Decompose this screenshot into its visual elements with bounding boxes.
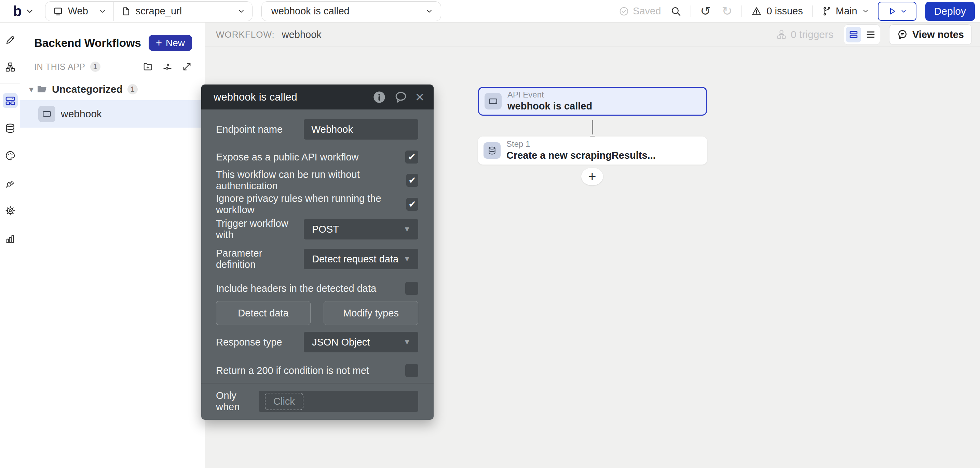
search-icon[interactable] bbox=[670, 6, 681, 17]
left-icon-rail bbox=[0, 22, 20, 468]
return-200-checkbox[interactable] bbox=[405, 364, 418, 377]
top-bar: b Web scrape_url webhook is called bbox=[0, 0, 980, 22]
dialog-title-bar[interactable]: webhook is called ✕ bbox=[201, 85, 434, 109]
dialog-title: webhook is called bbox=[213, 91, 372, 103]
rail-plugins-plug-icon[interactable] bbox=[3, 176, 18, 191]
workflow-label: WORKFLOW: bbox=[216, 29, 275, 40]
rail-database-icon[interactable] bbox=[3, 121, 18, 136]
close-icon[interactable]: ✕ bbox=[415, 91, 425, 103]
deploy-button[interactable]: Deploy bbox=[925, 2, 975, 21]
event-card-kind: API Event bbox=[508, 90, 592, 100]
dropdown-triangle-icon: ▼ bbox=[403, 338, 411, 347]
plus-icon: + bbox=[156, 38, 162, 48]
trigger-method-select[interactable]: POST ▼ bbox=[304, 219, 418, 240]
no-auth-checkbox[interactable]: ✔ bbox=[406, 174, 418, 187]
page-label: scrape_url bbox=[136, 5, 182, 17]
platform-page-switcher: Web scrape_url bbox=[45, 2, 253, 21]
response-type-value: JSON Object bbox=[312, 337, 370, 348]
ignore-privacy-checkbox[interactable]: ✔ bbox=[406, 198, 418, 211]
workflow-list-item-webhook[interactable]: webhook bbox=[20, 100, 205, 128]
modify-types-button[interactable]: Modify types bbox=[324, 301, 418, 325]
api-event-icon bbox=[38, 106, 56, 122]
triggers-indicator: 0 triggers bbox=[776, 29, 834, 40]
return-200-label: Return a 200 if condition is not met bbox=[216, 365, 369, 376]
divider bbox=[741, 5, 742, 17]
event-card-api[interactable]: API Event webhook is called bbox=[478, 87, 707, 116]
redo-icon[interactable]: ↻ bbox=[722, 5, 732, 18]
divider bbox=[690, 5, 691, 17]
folder-row-uncategorized[interactable]: ▾ Uncategorized 1 bbox=[29, 83, 205, 95]
step-card-title: Create a new scrapingResults... bbox=[506, 149, 656, 161]
expose-api-checkbox[interactable]: ✔ bbox=[405, 150, 418, 163]
plus-icon: + bbox=[588, 169, 596, 184]
include-headers-checkbox[interactable] bbox=[405, 282, 418, 295]
chevron-down-icon bbox=[426, 9, 433, 14]
scope-count-badge: 1 bbox=[90, 62, 100, 72]
response-type-label: Response type bbox=[216, 337, 304, 348]
rail-styles-palette-icon[interactable] bbox=[3, 148, 18, 163]
rows-view-icon[interactable] bbox=[846, 27, 861, 42]
rail-logs-chart-icon[interactable] bbox=[3, 231, 18, 246]
expose-api-label: Expose as a public API workflow bbox=[216, 152, 358, 163]
chevron-down-icon bbox=[862, 9, 869, 13]
folder-name: Uncategorized bbox=[52, 83, 123, 95]
triggers-tree-icon bbox=[776, 29, 787, 40]
view-notes-button[interactable]: View notes bbox=[889, 24, 972, 45]
rail-site-tree-icon[interactable] bbox=[3, 59, 18, 75]
workflow-dropdown[interactable]: webhook is called bbox=[261, 2, 441, 21]
info-icon[interactable] bbox=[372, 90, 387, 104]
folder-open-icon bbox=[37, 85, 48, 94]
filter-sliders-icon[interactable] bbox=[162, 62, 173, 72]
only-when-input[interactable]: Click bbox=[259, 391, 418, 412]
branch-label: Main bbox=[836, 5, 858, 17]
undo-icon[interactable]: ↺ bbox=[700, 5, 711, 18]
endpoint-name-label: Endpoint name bbox=[216, 124, 304, 135]
branch-selector[interactable]: Main bbox=[822, 5, 869, 17]
rail-design-pencil-icon[interactable] bbox=[3, 32, 18, 48]
list-view-icon[interactable] bbox=[863, 27, 878, 42]
play-icon bbox=[888, 7, 897, 16]
detect-data-label: Detect data bbox=[238, 308, 288, 319]
new-workflow-button[interactable]: + New bbox=[149, 35, 192, 51]
expand-icon[interactable] bbox=[182, 62, 192, 72]
folder-add-icon[interactable] bbox=[143, 62, 153, 72]
chevron-down-icon bbox=[901, 9, 907, 13]
caret-down-icon[interactable]: ▾ bbox=[29, 85, 33, 94]
notes-bubble-icon bbox=[897, 29, 908, 40]
trigger-method-value: POST bbox=[312, 224, 339, 235]
response-type-select[interactable]: JSON Object ▼ bbox=[304, 332, 418, 352]
view-toggle-group bbox=[844, 24, 880, 45]
no-auth-label: This workflow can be run without authent… bbox=[216, 169, 406, 192]
platform-label: Web bbox=[68, 5, 88, 17]
include-headers-label: Include headers in the detected data bbox=[216, 283, 376, 294]
preview-run-button[interactable] bbox=[878, 2, 916, 21]
dialog-body: Endpoint name Webhook Expose as a public… bbox=[201, 109, 434, 420]
step-card-1[interactable]: Step 1 Create a new scrapingResults... bbox=[478, 136, 707, 165]
logo-menu-chevron-icon[interactable] bbox=[26, 8, 33, 14]
parameter-definition-select[interactable]: Detect request data ▼ bbox=[304, 249, 418, 269]
only-when-placeholder[interactable]: Click bbox=[265, 393, 304, 410]
deploy-label: Deploy bbox=[934, 5, 966, 17]
branch-icon bbox=[822, 6, 832, 16]
parameter-definition-value: Detect request data bbox=[312, 254, 398, 265]
endpoint-name-input[interactable]: Webhook bbox=[304, 119, 418, 140]
comment-icon[interactable] bbox=[394, 90, 408, 104]
page-selector[interactable]: scrape_url bbox=[114, 2, 252, 21]
endpoint-name-value: Webhook bbox=[311, 124, 353, 135]
workflow-dropdown-value: webhook is called bbox=[271, 5, 426, 17]
ignore-privacy-label: Ignore privacy rules when running the wo… bbox=[216, 193, 406, 216]
modify-types-label: Modify types bbox=[343, 308, 399, 319]
step-card-kind: Step 1 bbox=[506, 139, 656, 149]
api-event-icon bbox=[485, 93, 502, 109]
chevron-down-icon bbox=[99, 9, 106, 14]
bubble-logo: b bbox=[13, 4, 22, 19]
detect-data-button[interactable]: Detect data bbox=[216, 301, 310, 325]
add-step-button[interactable]: + bbox=[581, 168, 603, 185]
folder-count-badge: 1 bbox=[127, 84, 138, 94]
dropdown-triangle-icon: ▼ bbox=[403, 225, 411, 234]
database-step-icon bbox=[484, 142, 501, 159]
platform-selector[interactable]: Web bbox=[45, 2, 113, 21]
issues-indicator[interactable]: 0 issues bbox=[751, 5, 803, 17]
rail-settings-gear-icon[interactable] bbox=[3, 203, 18, 218]
rail-workflows-icon[interactable] bbox=[3, 93, 18, 108]
